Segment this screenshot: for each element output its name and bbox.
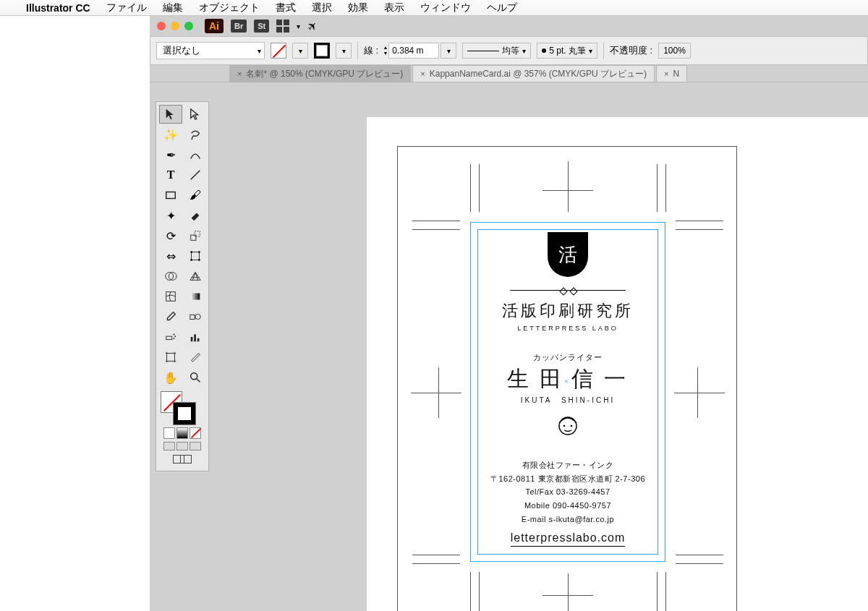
tab-document-3[interactable]: × N <box>656 65 687 82</box>
width-tool[interactable]: ⇔ <box>159 247 182 265</box>
type-tool[interactable]: T <box>159 166 182 184</box>
menu-object[interactable]: オブジェクト <box>199 1 260 14</box>
rectangle-tool[interactable] <box>159 186 182 205</box>
paintbrush-tool[interactable]: 🖌 <box>184 186 207 205</box>
crop-mark <box>470 572 471 611</box>
center-mark <box>542 190 593 191</box>
arrange-documents-icon[interactable] <box>276 20 289 33</box>
artboard: 活 活版印刷研究所 LETTERPRESS LABO カッパンライター 生 田×… <box>397 146 737 611</box>
draw-inside-icon[interactable] <box>190 442 201 450</box>
mesh-tool[interactable] <box>159 287 182 306</box>
zoom-icon[interactable] <box>184 22 193 30</box>
column-graph-tool[interactable] <box>184 328 207 346</box>
close-tab-icon[interactable]: × <box>420 69 425 78</box>
svg-point-21 <box>174 338 175 339</box>
crop-mark <box>412 563 460 564</box>
hand-tool[interactable]: ✋ <box>159 368 182 387</box>
tools-panel[interactable]: ✨ ✒ T 🖌 ✦ ⟳ ⇔ ✋ <box>156 101 209 471</box>
crop-mark <box>412 555 460 555</box>
stroke-indicator[interactable] <box>174 403 195 424</box>
name-last: 生 田 <box>507 367 565 390</box>
menu-view[interactable]: 表示 <box>384 1 404 14</box>
none-mode-icon[interactable] <box>190 427 201 439</box>
canvas[interactable]: 活 活版印刷研究所 LETTERPRESS LABO カッパンライター 生 田×… <box>367 117 868 611</box>
divider <box>357 42 358 59</box>
stroke-label: 線 : <box>364 44 378 57</box>
lasso-tool[interactable] <box>184 125 207 144</box>
gradient-tool[interactable] <box>184 287 207 306</box>
menu-file[interactable]: ファイル <box>106 1 147 14</box>
shaper-tool[interactable]: ✦ <box>159 206 182 225</box>
gradient-mode-icon[interactable] <box>176 427 188 439</box>
draw-behind-icon[interactable] <box>176 442 188 450</box>
selection-tool[interactable] <box>159 105 182 124</box>
contact-email: E-mail s-ikuta@far.co.jp <box>459 513 677 526</box>
gpu-performance-icon[interactable]: ✈ <box>304 18 320 35</box>
bridge-icon[interactable]: Br <box>231 20 247 33</box>
svg-point-20 <box>174 336 176 337</box>
stroke-weight-input[interactable] <box>388 43 439 59</box>
stroke-weight-stepper[interactable]: ▴▾ ▾ <box>384 43 456 59</box>
center-mark <box>568 573 569 611</box>
eyedropper-tool[interactable] <box>159 307 182 326</box>
symbol-sprayer-tool[interactable] <box>159 328 182 346</box>
fill-dropdown-icon[interactable]: ▾ <box>292 43 308 59</box>
shape-builder-tool[interactable] <box>159 267 182 286</box>
zoom-tool[interactable] <box>184 368 207 387</box>
brush-definition[interactable]: 5 pt. 丸筆 ▾ <box>537 43 597 59</box>
tab-label: N <box>673 69 679 79</box>
tab-document-1[interactable]: × 名刺* @ 150% (CMYK/GPU プレビュー) <box>229 65 411 82</box>
line-segment-tool[interactable] <box>184 166 207 184</box>
draw-normal-icon[interactable] <box>163 442 175 450</box>
close-tab-icon[interactable]: × <box>664 69 668 78</box>
magic-wand-tool[interactable]: ✨ <box>159 125 182 144</box>
menu-help[interactable]: ヘルプ <box>487 1 517 14</box>
crop-mark <box>676 229 723 230</box>
stroke-weight-dropdown-icon[interactable]: ▾ <box>441 43 456 59</box>
rotate-tool[interactable]: ⟳ <box>159 226 182 245</box>
eraser-tool[interactable] <box>184 206 207 225</box>
tab-label: 名刺* @ 150% (CMYK/GPU プレビュー) <box>246 68 403 80</box>
crop-mark <box>676 555 723 555</box>
artboard-tool[interactable] <box>159 348 182 367</box>
face-icon <box>553 410 582 439</box>
fill-swatch[interactable] <box>271 43 286 59</box>
svg-point-10 <box>190 259 192 261</box>
selection-dropdown[interactable]: 選択なし <box>156 42 265 59</box>
perspective-grid-tool[interactable] <box>184 267 207 286</box>
svg-line-3 <box>191 171 200 180</box>
minimize-icon[interactable] <box>171 22 179 30</box>
app-name[interactable]: Illustrator CC <box>26 2 90 14</box>
close-tab-icon[interactable]: × <box>237 69 242 78</box>
blend-tool[interactable] <box>184 307 207 326</box>
fill-stroke-control[interactable] <box>159 391 205 426</box>
color-mode-icon[interactable] <box>163 427 175 439</box>
menu-window[interactable]: ウィンドウ <box>420 1 471 14</box>
svg-point-13 <box>169 273 176 281</box>
tab-document-2[interactable]: × KappanNameCard.ai @ 357% (CMYK/GPU プレビ… <box>412 65 655 82</box>
opacity-field[interactable]: 100% <box>658 43 691 59</box>
name-en: IKUTA SHIN-ICHI <box>459 396 677 406</box>
stroke-dropdown-icon[interactable]: ▾ <box>336 43 352 59</box>
stock-icon[interactable]: St <box>254 20 269 33</box>
scale-tool[interactable] <box>184 226 207 245</box>
control-bar: 選択なし ▾ ▾ 線 : ▴▾ ▾ 均等 ▾ 5 pt. 丸筆 ▾ 不透明度 :… <box>150 36 868 65</box>
menu-edit[interactable]: 編集 <box>163 1 183 14</box>
screen-mode-icon[interactable] <box>159 455 205 463</box>
chevron-down-icon[interactable]: ▾ <box>297 22 300 30</box>
free-transform-tool[interactable] <box>184 247 207 265</box>
menu-type[interactable]: 書式 <box>276 1 296 14</box>
divider <box>603 42 604 59</box>
menu-select[interactable]: 選択 <box>312 1 332 14</box>
direct-selection-tool[interactable] <box>184 105 207 124</box>
curvature-tool[interactable] <box>184 145 207 164</box>
close-icon[interactable] <box>157 22 166 30</box>
stroke-swatch[interactable] <box>314 43 330 59</box>
crop-mark <box>676 221 723 221</box>
variable-width-profile[interactable]: 均等 ▾ <box>462 43 531 59</box>
menu-effect[interactable]: 効果 <box>348 1 368 14</box>
slice-tool[interactable] <box>184 348 207 367</box>
pen-tool[interactable]: ✒ <box>159 145 182 164</box>
logo-badge: 活 <box>548 232 588 277</box>
contact-address: 〒162-0811 東京都新宿区水道町 2-7-306 <box>459 472 677 486</box>
